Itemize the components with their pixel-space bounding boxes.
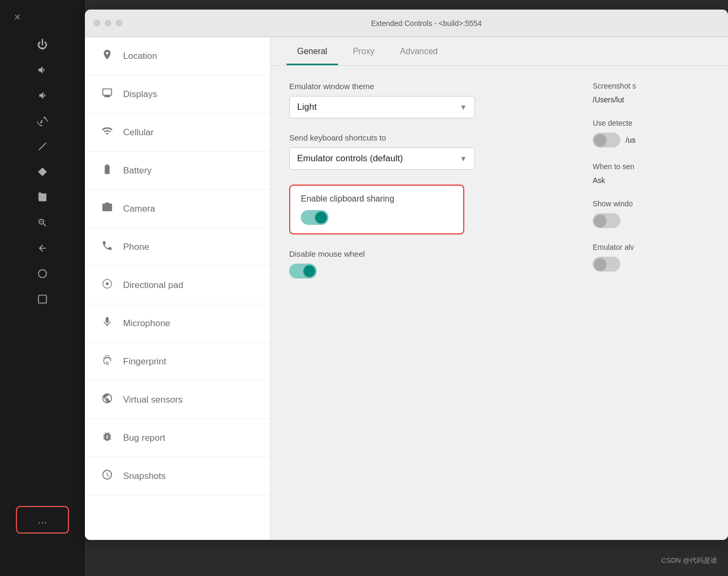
- svg-point-0: [39, 270, 47, 278]
- sidebar-item-snapshots[interactable]: Snapshots: [85, 457, 270, 495]
- use-detected-label: Use detecte: [593, 119, 709, 127]
- when-to-send-value: Ask: [593, 176, 709, 185]
- camera-nav-icon: [101, 202, 114, 216]
- camera-icon[interactable]: [31, 186, 54, 209]
- use-detected-toggle[interactable]: [593, 133, 620, 147]
- clipboard-toggle-thumb: [315, 212, 327, 223]
- theme-label: Emulator window theme: [289, 82, 571, 91]
- zoom-icon[interactable]: [31, 211, 54, 234]
- use-detected-row: /us: [593, 133, 709, 147]
- bug-report-label: Bug report: [123, 433, 165, 443]
- battery-label: Battery: [123, 165, 152, 176]
- show-window-toggle-thumb: [594, 215, 606, 226]
- content-area: Location Displays Cellular: [85, 37, 728, 540]
- theme-dropdown[interactable]: Light ▼: [289, 96, 475, 118]
- snapshots-icon: [101, 469, 114, 483]
- settings-left-column: Emulator window theme Light ▼ Send keybo…: [289, 82, 571, 524]
- title-bar: Extended Controls - <build>:5554: [85, 10, 728, 37]
- diamond-icon[interactable]: [31, 160, 54, 184]
- sidebar-item-displays[interactable]: Displays: [85, 75, 270, 114]
- mouse-wheel-toggle[interactable]: [289, 264, 317, 278]
- mouse-wheel-toggle-track: [289, 264, 317, 278]
- show-window-toggle[interactable]: [593, 213, 620, 228]
- erase-icon[interactable]: [31, 135, 54, 158]
- theme-dropdown-arrow: ▼: [460, 103, 467, 111]
- power-icon[interactable]: ⏻: [31, 33, 54, 56]
- screenshot-setting: Screenshot s /Users/lut: [593, 82, 709, 104]
- settings-right-column: Screenshot s /Users/lut Use detecte /us: [593, 82, 709, 524]
- phone-label: Phone: [123, 242, 149, 252]
- directional-pad-icon: [101, 278, 114, 292]
- sidebar-item-microphone[interactable]: Microphone: [85, 304, 270, 343]
- use-detected-toggle-thumb: [594, 134, 606, 146]
- sidebar-item-directional-pad[interactable]: Directional pad: [85, 266, 270, 304]
- camera-label: Camera: [123, 204, 155, 214]
- left-navigation: Location Displays Cellular: [85, 37, 271, 540]
- when-to-send-setting: When to sen Ask: [593, 162, 709, 185]
- virtual-sensors-icon: [101, 392, 114, 407]
- when-to-send-label: When to sen: [593, 162, 709, 171]
- displays-label: Displays: [123, 89, 157, 100]
- sidebar-item-fingerprint[interactable]: Fingerprint: [85, 343, 270, 381]
- rotate-icon[interactable]: [31, 109, 54, 133]
- battery-icon: [101, 163, 114, 178]
- use-detected-toggle-track: [593, 133, 620, 147]
- home-icon[interactable]: [31, 262, 54, 285]
- sidebar-item-battery[interactable]: Battery: [85, 152, 270, 190]
- use-detected-path: /us: [626, 136, 636, 144]
- emulator-sidebar: ✕ ⏻: [0, 0, 85, 576]
- keyboard-dropdown[interactable]: Emulator controls (default) ▼: [289, 147, 475, 170]
- emulator-always-toggle-thumb: [594, 258, 606, 270]
- emulator-always-setting: Emulator alv: [593, 243, 709, 272]
- volume-up-icon[interactable]: [31, 58, 54, 82]
- keyboard-value: Emulator controls (default): [297, 153, 403, 164]
- emulator-always-label: Emulator alv: [593, 243, 709, 251]
- keyboard-setting: Send keyboard shortcuts to Emulator cont…: [289, 133, 571, 170]
- sidebar-item-cellular[interactable]: Cellular: [85, 114, 270, 152]
- clipboard-toggle[interactable]: [301, 210, 328, 225]
- mouse-wheel-label: Disable mouse wheel: [289, 249, 571, 258]
- tabs-bar: General Proxy Advanced: [271, 37, 728, 66]
- displays-icon: [101, 87, 114, 101]
- minimize-dot[interactable]: [105, 20, 111, 27]
- maximize-dot[interactable]: [116, 20, 123, 27]
- snapshots-label: Snapshots: [123, 471, 166, 482]
- back-icon[interactable]: [31, 237, 54, 260]
- tab-general[interactable]: General: [287, 37, 338, 65]
- theme-dropdown-row: Light ▼: [289, 96, 571, 118]
- sidebar-item-bug-report[interactable]: Bug report: [85, 419, 270, 457]
- emulator-always-toggle[interactable]: [593, 257, 620, 272]
- sidebar-item-virtual-sensors[interactable]: Virtual sensors: [85, 381, 270, 419]
- clipboard-toggle-track: [301, 210, 328, 225]
- theme-setting: Emulator window theme Light ▼: [289, 82, 571, 118]
- sidebar-item-camera[interactable]: Camera: [85, 190, 270, 228]
- sidebar-item-phone[interactable]: Phone: [85, 228, 270, 266]
- cellular-icon: [101, 125, 114, 139]
- mouse-wheel-toggle-container: [289, 264, 571, 278]
- keyboard-dropdown-row: Emulator controls (default) ▼: [289, 147, 571, 170]
- bug-report-icon: [101, 431, 114, 445]
- cellular-label: Cellular: [123, 127, 154, 138]
- location-icon: [101, 49, 114, 63]
- sidebar-item-location[interactable]: Location: [85, 37, 270, 75]
- microphone-label: Microphone: [123, 318, 170, 329]
- close-dot[interactable]: [93, 20, 100, 27]
- volume-down-icon[interactable]: [31, 84, 54, 107]
- virtual-sensors-label: Virtual sensors: [123, 395, 183, 405]
- window-title: Extended Controls - <build>:5554: [133, 19, 720, 28]
- tab-proxy[interactable]: Proxy: [342, 37, 385, 65]
- clipboard-toggle-container: [301, 210, 453, 225]
- show-window-label: Show windo: [593, 199, 709, 208]
- square-icon[interactable]: [31, 287, 54, 311]
- svg-point-3: [106, 282, 109, 285]
- clipboard-label: Enable clipboard sharing: [301, 194, 453, 204]
- close-icon[interactable]: ✕: [5, 5, 29, 29]
- phone-icon: [101, 240, 114, 254]
- fingerprint-label: Fingerprint: [123, 356, 166, 367]
- more-button[interactable]: ...: [16, 506, 69, 534]
- show-window-setting: Show windo: [593, 199, 709, 228]
- use-detected-setting: Use detecte /us: [593, 119, 709, 147]
- emulator-always-toggle-track: [593, 257, 620, 272]
- watermark: CSDN @代码是谁: [661, 556, 717, 565]
- tab-advanced[interactable]: Advanced: [389, 37, 448, 65]
